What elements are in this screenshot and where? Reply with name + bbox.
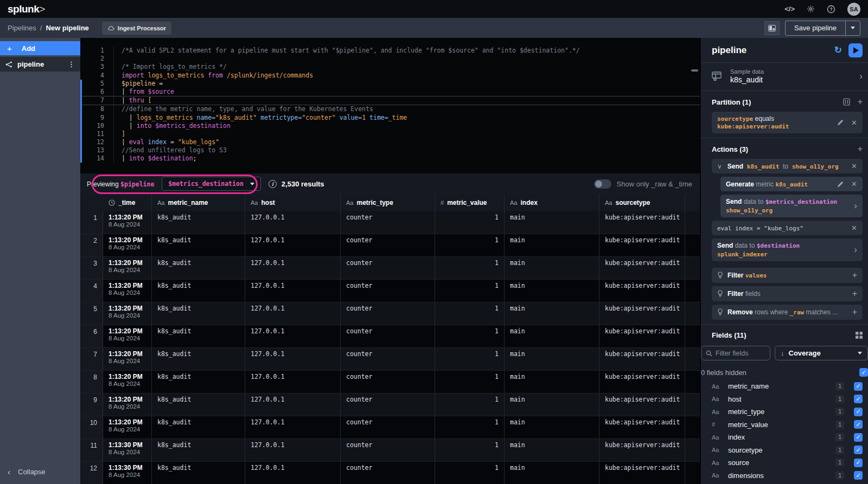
action-send-group[interactable]: ∨ Send k8s_audit to show_o11y_org ✕: [712, 159, 863, 173]
field-type-icon: Aa: [712, 434, 723, 441]
cell-time: 1:13:30 PM8 Aug 2024: [103, 439, 152, 462]
field-name: metric_value: [728, 421, 768, 429]
action-generate-metric[interactable]: Generate metric k8s_audit ✕: [720, 177, 863, 191]
table-row[interactable]: 91:13:20 PM8 Aug 2024k8s_audit127.0.0.1c…: [80, 393, 700, 416]
field-row-_time[interactable]: _time1✓: [712, 482, 863, 484]
help-icon[interactable]: ?: [827, 5, 835, 14]
layout-icon[interactable]: [764, 21, 780, 35]
avatar[interactable]: SA: [847, 3, 860, 16]
cell-index: main: [505, 257, 599, 280]
table-row[interactable]: 121:13:30 PM8 Aug 2024k8s_audit127.0.0.1…: [80, 462, 700, 484]
add-icon[interactable]: +: [852, 271, 857, 280]
fields-grid-icon[interactable]: [856, 332, 863, 339]
field-row-host[interactable]: Aahost1✓: [712, 393, 863, 406]
action-send-destination[interactable]: Send data to $destination splunk_indexer…: [712, 238, 863, 261]
column-header-metric_name[interactable]: Aametric_name: [152, 194, 245, 211]
column-header-metric_type[interactable]: Aametric_type: [341, 194, 435, 211]
line-number: 12: [80, 138, 114, 146]
edit-icon[interactable]: [837, 119, 844, 126]
field-checkbox[interactable]: ✓: [854, 471, 863, 480]
field-row-index[interactable]: Aaindex1✓: [712, 431, 863, 444]
collapse-button[interactable]: ‹ Collapse: [0, 467, 80, 476]
chevron-down-icon[interactable]: ∨: [717, 163, 722, 170]
kebab-menu-icon[interactable]: ⋮: [68, 60, 75, 68]
destination-dropdown[interactable]: $metrics_destination: [162, 177, 260, 191]
add-partition-icon[interactable]: +: [858, 98, 863, 106]
partition-heading: Partition (1): [712, 98, 751, 106]
sidebar-item-pipeline[interactable]: pipeline ⋮: [0, 57, 80, 72]
code-icon[interactable]: </>: [784, 5, 795, 13]
table-row[interactable]: 51:13:20 PM8 Aug 2024k8s_audit127.0.0.1c…: [80, 302, 700, 325]
field-row-metric_value[interactable]: #metric_value1✓: [712, 418, 863, 431]
field-checkbox[interactable]: ✓: [854, 459, 863, 467]
column-header-index[interactable]: Aaindex: [505, 194, 599, 211]
select-all-checkbox[interactable]: ✓: [859, 368, 868, 377]
close-icon[interactable]: ✕: [851, 162, 857, 170]
breadcrumb-pipelines[interactable]: Pipelines: [8, 24, 36, 32]
action-send-metrics-destination[interactable]: Send data to $metrics_destination show_o…: [720, 195, 863, 217]
table-row[interactable]: 41:13:20 PM8 Aug 2024k8s_audit127.0.0.1c…: [80, 280, 700, 302]
editor-scrollbar-thumb[interactable]: [691, 69, 698, 72]
save-pipeline-caret[interactable]: [845, 21, 860, 35]
partition-table-icon[interactable]: [843, 98, 850, 106]
field-row-metric_type[interactable]: Aametric_type1✓: [712, 405, 863, 418]
field-checkbox[interactable]: ✓: [854, 446, 863, 454]
field-row-source[interactable]: Aasource1✓: [712, 456, 863, 469]
field-checkbox[interactable]: ✓: [854, 382, 863, 391]
cell-metric-type: counter: [341, 416, 435, 439]
field-checkbox[interactable]: ✓: [854, 433, 863, 442]
lightbulb-icon: [717, 290, 723, 298]
plus-icon: +: [7, 44, 12, 53]
add-icon[interactable]: +: [852, 289, 857, 298]
table-row[interactable]: 31:13:20 PM8 Aug 2024k8s_audit127.0.0.1c…: [80, 257, 700, 280]
add-button[interactable]: + Add: [0, 41, 80, 55]
suggestion-filter-fields[interactable]: Filter fields +: [712, 286, 863, 301]
suggestion-filter-values[interactable]: Filter values +: [712, 268, 863, 283]
info-icon[interactable]: i: [269, 180, 277, 188]
table-row[interactable]: 81:13:20 PM8 Aug 2024k8s_audit127.0.0.1c…: [80, 371, 700, 393]
partition-rule-card[interactable]: sourcetype equals kube:apiserver:audit ✕: [712, 112, 863, 133]
field-checkbox[interactable]: ✓: [854, 408, 863, 416]
table-row[interactable]: 61:13:20 PM8 Aug 2024k8s_audit127.0.0.1c…: [80, 325, 700, 348]
raw-time-toggle[interactable]: [594, 179, 611, 189]
preview-play-button[interactable]: [848, 43, 863, 57]
line-number: 3: [80, 63, 114, 71]
save-pipeline-button[interactable]: Save pipeline: [786, 21, 845, 35]
field-checkbox[interactable]: ✓: [854, 420, 863, 429]
field-row-sourcetype[interactable]: Aasourcetype1✓: [712, 444, 863, 457]
sync-icon[interactable]: ↻: [834, 44, 842, 56]
row-number: 12: [80, 462, 103, 484]
action-eval-index[interactable]: eval index = "kube_logs" ✕: [712, 221, 863, 235]
field-row-metric_name[interactable]: Aametric_name1✓: [712, 380, 863, 393]
coverage-dropdown[interactable]: ↓ Coverage: [775, 346, 868, 360]
column-header-sourcetype[interactable]: Aasourcetype: [599, 194, 685, 211]
field-type-icon: Aa: [712, 447, 723, 453]
close-icon[interactable]: ✕: [851, 119, 857, 127]
column-header-_time[interactable]: _time: [103, 194, 152, 211]
column-header-metric_value[interactable]: #metric_value: [435, 194, 505, 211]
field-type-icon: Aa: [712, 460, 723, 466]
filter-fields-input[interactable]: [716, 350, 762, 357]
add-action-icon[interactable]: +: [858, 145, 863, 153]
table-row[interactable]: 11:13:20 PM8 Aug 2024k8s_audit127.0.0.1c…: [80, 211, 700, 234]
close-icon[interactable]: ✕: [851, 180, 857, 188]
table-row[interactable]: 101:13:20 PM8 Aug 2024k8s_audit127.0.0.1…: [80, 416, 700, 439]
field-row-dimensions[interactable]: Aadimensions1✓: [712, 469, 863, 482]
table-row[interactable]: 71:13:20 PM8 Aug 2024k8s_audit127.0.0.1c…: [80, 348, 700, 371]
suggestion-remove-rows[interactable]: Remove rows where _raw matches ... +: [712, 305, 863, 320]
gear-icon[interactable]: [807, 5, 815, 13]
close-icon[interactable]: ✕: [851, 224, 857, 232]
cell-time: 1:13:20 PM8 Aug 2024: [103, 302, 152, 325]
code-line: 1/*A valid SPL2 statement for a pipeline…: [80, 47, 700, 55]
table-row[interactable]: 21:13:20 PM8 Aug 2024k8s_audit127.0.0.1c…: [80, 234, 700, 257]
table-row[interactable]: 111:13:30 PM8 Aug 2024k8s_audit127.0.0.1…: [80, 439, 700, 462]
add-icon[interactable]: +: [852, 308, 857, 317]
cell-sourcetype: kube:apiserver:audit: [599, 211, 685, 234]
column-header-host[interactable]: Aahost: [245, 194, 341, 211]
code-line: 8//define the metric name, type, and val…: [80, 105, 700, 113]
edit-icon[interactable]: [837, 181, 844, 188]
field-checkbox[interactable]: ✓: [854, 395, 863, 403]
cell-index: main: [505, 393, 599, 416]
sample-data-row[interactable]: Sample data k8s_audit ›: [701, 63, 868, 91]
spl2-code-editor[interactable]: 1/*A valid SPL2 statement for a pipeline…: [80, 38, 700, 173]
